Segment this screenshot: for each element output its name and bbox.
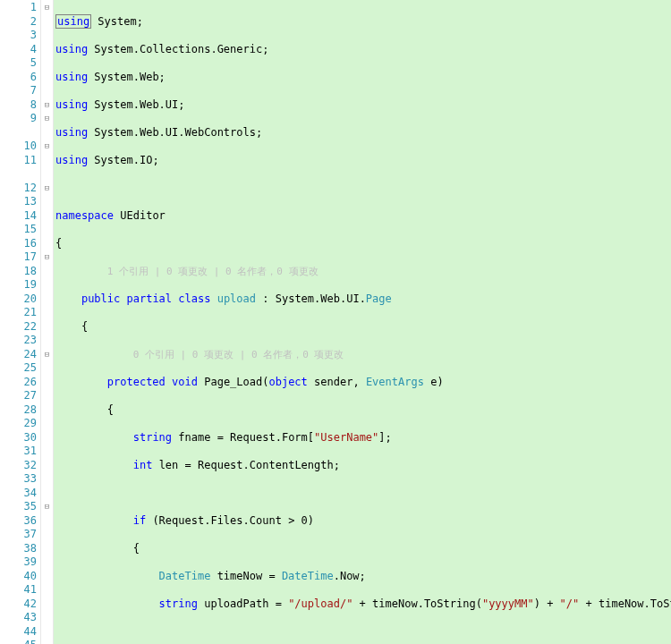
line-number: 45 bbox=[0, 639, 37, 644]
line-number: 31 bbox=[0, 445, 37, 459]
line-number: 43 bbox=[0, 611, 37, 625]
fold-toggle[interactable]: ⊟ bbox=[41, 140, 53, 154]
line-number: 19 bbox=[0, 278, 37, 292]
fold-toggle[interactable]: ⊟ bbox=[41, 500, 53, 514]
line-number: 39 bbox=[0, 555, 37, 570]
fold-toggle[interactable] bbox=[41, 306, 53, 320]
fold-toggle[interactable] bbox=[41, 376, 53, 390]
line-number: 25 bbox=[0, 361, 37, 376]
line-number: 5 bbox=[0, 56, 37, 71]
line-number: 6 bbox=[0, 71, 37, 85]
line-number: 34 bbox=[0, 487, 37, 501]
fold-toggle[interactable] bbox=[41, 514, 53, 529]
fold-toggle[interactable] bbox=[41, 334, 53, 348]
line-number: 1 bbox=[0, 1, 37, 15]
fold-toggle[interactable] bbox=[41, 209, 53, 224]
fold-toggle[interactable]: ⊟ bbox=[41, 182, 53, 196]
line-number: 15 bbox=[0, 223, 37, 237]
line-number: 35 bbox=[0, 500, 37, 514]
line-number: 22 bbox=[0, 320, 37, 335]
line-number: 4 bbox=[0, 43, 37, 57]
line-number: 42 bbox=[0, 597, 37, 612]
line-number: 9 bbox=[0, 112, 37, 126]
line-number: 17 bbox=[0, 250, 37, 265]
line-number: 40 bbox=[0, 570, 37, 584]
line-number: 18 bbox=[0, 265, 37, 279]
fold-toggle[interactable] bbox=[41, 625, 53, 640]
fold-toggle[interactable] bbox=[41, 278, 53, 292]
fold-toggle[interactable] bbox=[41, 542, 53, 556]
line-number: 44 bbox=[0, 625, 37, 640]
fold-toggle[interactable] bbox=[41, 320, 53, 335]
fold-toggle[interactable] bbox=[41, 417, 53, 431]
line-number: 11 bbox=[0, 154, 37, 168]
line-number: 10 bbox=[0, 140, 37, 154]
fold-toggle[interactable] bbox=[41, 487, 53, 501]
line-number: 2 bbox=[0, 15, 37, 30]
line-number: 32 bbox=[0, 459, 37, 473]
fold-toggle[interactable] bbox=[41, 555, 53, 570]
fold-toggle[interactable] bbox=[41, 56, 53, 71]
line-number: 23 bbox=[0, 334, 37, 348]
code-editor[interactable]: using System; using System.Collections.G… bbox=[54, 0, 671, 644]
fold-toggle[interactable]: ⊟ bbox=[41, 112, 53, 126]
line-number: 36 bbox=[0, 514, 37, 529]
fold-toggle[interactable] bbox=[41, 459, 53, 473]
line-number-gutter: 1234567891011121314151617181920212223242… bbox=[0, 0, 41, 644]
fold-toggle[interactable] bbox=[41, 528, 53, 542]
line-number: 3 bbox=[0, 29, 37, 43]
line-number: 38 bbox=[0, 542, 37, 556]
fold-toggle[interactable] bbox=[41, 472, 53, 487]
line-number: 37 bbox=[0, 528, 37, 542]
fold-toggle[interactable] bbox=[41, 445, 53, 459]
line-number: 7 bbox=[0, 84, 37, 98]
fold-toggle[interactable]: ⊟ bbox=[41, 348, 53, 362]
fold-toggle[interactable] bbox=[41, 84, 53, 98]
fold-toggle[interactable] bbox=[41, 292, 53, 307]
line-number: 29 bbox=[0, 417, 37, 431]
fold-toggle[interactable] bbox=[41, 71, 53, 85]
fold-toggle[interactable] bbox=[41, 195, 53, 209]
line-number: 8 bbox=[0, 98, 37, 113]
line-number: 33 bbox=[0, 472, 37, 487]
fold-column[interactable]: ⊟⊟⊟⊟⊟⊟⊟⊟ bbox=[41, 0, 54, 644]
fold-toggle[interactable] bbox=[41, 154, 53, 168]
line-number: 41 bbox=[0, 583, 37, 597]
fold-toggle[interactable] bbox=[41, 15, 53, 30]
line-number: 20 bbox=[0, 292, 37, 307]
fold-toggle[interactable]: ⊟ bbox=[41, 1, 53, 15]
fold-toggle[interactable] bbox=[41, 403, 53, 418]
fold-toggle[interactable] bbox=[41, 389, 53, 403]
fold-toggle[interactable] bbox=[41, 361, 53, 376]
fold-toggle[interactable] bbox=[41, 29, 53, 43]
line-number: 28 bbox=[0, 403, 37, 418]
fold-toggle[interactable] bbox=[41, 237, 53, 251]
fold-toggle[interactable] bbox=[41, 431, 53, 445]
codelens[interactable]: 0 个引用 | 0 项更改 | 0 名作者，0 项更改 bbox=[133, 349, 344, 360]
fold-toggle[interactable]: ⊟ bbox=[41, 98, 53, 113]
line-number: 26 bbox=[0, 376, 37, 390]
fold-toggle[interactable] bbox=[41, 639, 53, 644]
line-number: 24 bbox=[0, 348, 37, 362]
fold-toggle[interactable] bbox=[41, 583, 53, 597]
fold-toggle[interactable]: ⊟ bbox=[41, 250, 53, 265]
line-number: 27 bbox=[0, 389, 37, 403]
line-number: 14 bbox=[0, 209, 37, 224]
fold-toggle[interactable] bbox=[41, 43, 53, 57]
line-number: 13 bbox=[0, 195, 37, 209]
fold-toggle[interactable] bbox=[41, 570, 53, 584]
fold-toggle[interactable] bbox=[41, 265, 53, 279]
fold-toggle[interactable] bbox=[41, 597, 53, 612]
line-number: 16 bbox=[0, 237, 37, 251]
codelens[interactable]: 1 个引用 | 0 项更改 | 0 名作者，0 项更改 bbox=[107, 266, 319, 277]
fold-toggle[interactable] bbox=[41, 223, 53, 237]
line-number: 12 bbox=[0, 182, 37, 196]
fold-toggle[interactable] bbox=[41, 611, 53, 625]
line-number: 21 bbox=[0, 306, 37, 320]
line-number: 30 bbox=[0, 431, 37, 445]
